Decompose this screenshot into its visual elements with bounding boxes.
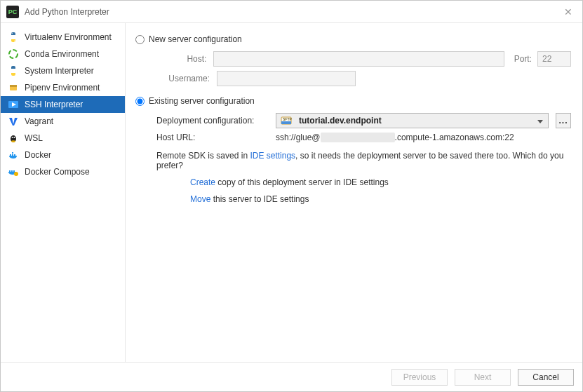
- radio-new-input[interactable]: [135, 35, 145, 44]
- sidebar-item-pipenv[interactable]: Pipenv Environment: [1, 79, 125, 96]
- username-input[interactable]: [217, 71, 356, 86]
- radio-existing-label: Existing server configuration: [149, 96, 255, 106]
- sidebar-item-vagrant[interactable]: Vagrant: [1, 113, 125, 130]
- conda-icon: [8, 48, 19, 60]
- sidebar-item-system[interactable]: System Interpreter: [1, 62, 125, 79]
- svg-text:SFTP: SFTP: [283, 117, 292, 121]
- sidebar-item-label: Vagrant: [25, 116, 53, 126]
- pipenv-icon: [8, 82, 19, 93]
- next-button[interactable]: Next: [455, 369, 511, 386]
- svg-rect-12: [10, 154, 11, 156]
- pycharm-icon: PC: [6, 6, 19, 18]
- svg-marker-7: [9, 118, 18, 126]
- svg-marker-23: [537, 120, 543, 123]
- svg-point-2: [9, 50, 18, 58]
- window-title: Add Python Interpreter: [25, 7, 109, 17]
- sidebar-item-label: SSH Interpreter: [25, 100, 83, 109]
- sidebar-item-label: Virtualenv Environment: [25, 32, 112, 42]
- sidebar-item-wsl[interactable]: WSL: [1, 130, 125, 147]
- svg-rect-21: [281, 121, 291, 124]
- svg-point-1: [14, 41, 15, 41]
- ssh-play-icon: [8, 99, 19, 110]
- chevron-down-icon: [537, 118, 544, 125]
- svg-rect-14: [14, 154, 15, 156]
- sidebar-item-label: System Interpreter: [25, 66, 94, 76]
- username-label: Username:: [156, 74, 213, 83]
- info-block: Remote SDK is saved in IDE settings, so …: [156, 151, 571, 204]
- linux-icon: [8, 133, 19, 144]
- username-row: Username:: [156, 71, 571, 86]
- sidebar-item-label: Conda Environment: [25, 49, 99, 59]
- svg-rect-17: [11, 170, 13, 172]
- cancel-button[interactable]: Cancel: [518, 369, 574, 386]
- docker-icon: [8, 149, 19, 161]
- radio-new-label: New server configuration: [149, 34, 242, 44]
- sidebar-item-docker-compose[interactable]: Docker Compose: [1, 163, 125, 180]
- create-link[interactable]: Create: [190, 177, 215, 187]
- sidebar-item-label: WSL: [25, 133, 43, 143]
- hosturl-row: Host URL: ssh://glue@████████████.comput…: [156, 133, 571, 142]
- svg-point-11: [11, 140, 15, 142]
- port-input[interactable]: [537, 51, 571, 67]
- move-link[interactable]: Move: [190, 194, 210, 204]
- svg-point-0: [12, 33, 13, 34]
- sftp-icon: SFTP: [281, 116, 295, 126]
- sidebar-item-label: Pipenv Environment: [25, 83, 100, 93]
- sidebar-item-ssh[interactable]: SSH Interpreter: [1, 96, 125, 113]
- deploy-label: Deployment configuration:: [156, 116, 272, 126]
- svg-rect-18: [13, 170, 15, 172]
- radio-existing-config[interactable]: Existing server configuration: [135, 93, 571, 109]
- svg-point-19: [14, 172, 18, 176]
- close-button[interactable]: ✕: [560, 4, 577, 20]
- vagrant-icon: [8, 116, 19, 127]
- sidebar: Virtualenv Environment Conda Environment…: [1, 23, 126, 362]
- svg-rect-13: [12, 154, 13, 156]
- port-label: Port:: [514, 54, 532, 64]
- footer: Previous Next Cancel: [1, 362, 582, 391]
- sidebar-item-docker[interactable]: Docker: [1, 147, 125, 163]
- hosturl-label: Host URL:: [156, 133, 272, 142]
- hosturl-value: ssh://glue@████████████.compute-1.amazon…: [276, 133, 514, 142]
- svg-rect-16: [9, 170, 11, 172]
- deployment-select-value: tutorial.dev.endpoint: [299, 116, 382, 126]
- host-label: Host:: [156, 54, 209, 64]
- svg-rect-4: [10, 85, 17, 87]
- sidebar-item-virtualenv[interactable]: Virtualenv Environment: [1, 29, 125, 46]
- deployment-browse-button[interactable]: ...: [556, 113, 571, 128]
- host-row: Host: Port:: [156, 51, 571, 67]
- dialog-body: Virtualenv Environment Conda Environment…: [1, 23, 582, 362]
- radio-existing-input[interactable]: [135, 97, 145, 106]
- python-icon: [8, 65, 19, 76]
- ide-settings-link[interactable]: IDE settings: [250, 151, 295, 161]
- svg-point-10: [14, 137, 15, 138]
- svg-point-9: [12, 137, 13, 138]
- svg-rect-15: [12, 152, 13, 154]
- deployment-select[interactable]: SFTP tutorial.dev.endpoint: [276, 113, 549, 128]
- sidebar-item-label: Docker Compose: [25, 167, 90, 177]
- sidebar-item-conda[interactable]: Conda Environment: [1, 46, 125, 62]
- host-input[interactable]: [213, 51, 504, 67]
- hosturl-redacted: ████████████: [321, 133, 395, 142]
- dialog-window: PC Add Python Interpreter ✕ Virtualenv E…: [0, 0, 583, 392]
- info-text: Remote SDK is saved in IDE settings, so …: [156, 151, 563, 170]
- sidebar-item-label: Docker: [25, 150, 51, 160]
- move-option: Move this server to IDE settings: [190, 194, 571, 204]
- main-panel: New server configuration Host: Port: Use…: [126, 23, 582, 362]
- radio-new-config[interactable]: New server configuration: [135, 32, 571, 47]
- docker-compose-icon: [8, 166, 19, 177]
- deploy-row: Deployment configuration: SFTP tutorial.…: [156, 113, 571, 128]
- create-option: Create copy of this deployment server in…: [190, 177, 571, 187]
- python-icon: [8, 32, 19, 43]
- previous-button[interactable]: Previous: [391, 369, 448, 386]
- titlebar: PC Add Python Interpreter ✕: [1, 1, 582, 23]
